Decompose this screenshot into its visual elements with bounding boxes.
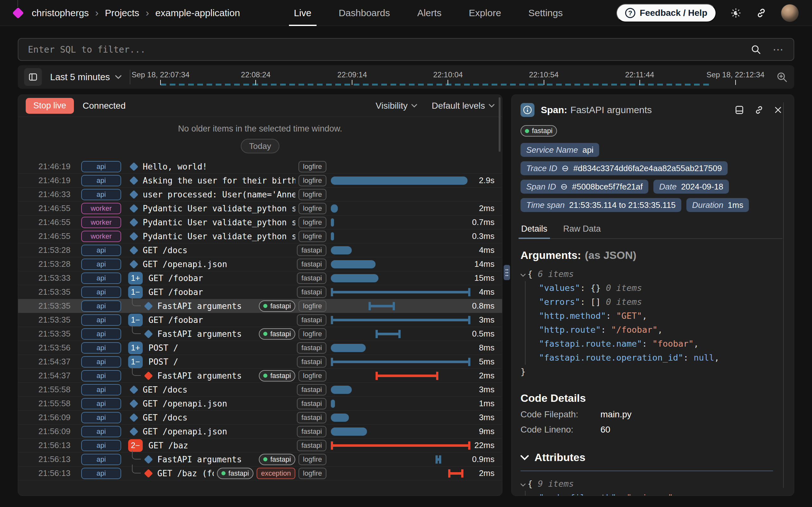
span-diamond-icon (130, 204, 138, 213)
zoom-in-icon[interactable] (776, 71, 788, 83)
expand-children-badge[interactable]: 1+ (128, 272, 143, 285)
log-row[interactable]: 21:46:55workerPydantic User validate_pyt… (18, 202, 502, 216)
timeline-tick-mark (640, 80, 640, 85)
span-diamond-icon (130, 218, 138, 227)
json-key: "code.filepath" (539, 493, 616, 496)
row-tag-api: api (81, 259, 121, 270)
drag-handle-icon[interactable] (504, 265, 510, 280)
log-row[interactable]: 21:53:35api1−GET /foobarfastapi3ms (18, 313, 502, 327)
log-row[interactable]: 21:53:56api1+POST /fastapi8ms (18, 341, 502, 355)
row-tag-api: api (81, 286, 121, 298)
tab-raw-data[interactable]: Raw Data (563, 222, 602, 238)
tab-details[interactable]: Details (520, 222, 548, 238)
row-badges: fastapi (297, 273, 326, 284)
row-message: GET /baz (148, 441, 188, 450)
json-expander-icon[interactable] (520, 477, 525, 491)
chevron-down-icon (520, 455, 529, 460)
duration-bar (331, 413, 349, 422)
breadcrumb-org[interactable]: christophergs (32, 8, 89, 18)
trace-id-chip[interactable]: Trace ID ⊖ #d834c3374dd6fa2e4aa82a55ab21… (520, 161, 728, 175)
log-row[interactable]: 21:56:13api2−GET /bazfastapi22ms (18, 439, 502, 452)
log-row[interactable]: 21:56:09apiGET /docsfastapi3ms (18, 411, 502, 425)
attributes-section-toggle[interactable]: Attributes (520, 451, 782, 464)
search-icon[interactable] (751, 44, 761, 55)
time-range-select[interactable]: Last 5 minutes (50, 72, 121, 82)
timeline[interactable]: Sep 18, 22:07:3422:08:2422:09:1422:10:04… (139, 65, 769, 89)
duration-track (331, 411, 470, 424)
time-range-bar: Last 5 minutes Sep 18, 22:07:3422:08:242… (18, 65, 794, 89)
scrollbar-track[interactable] (783, 102, 784, 488)
more-options-icon[interactable]: ⋯ (773, 43, 784, 56)
visibility-dropdown[interactable]: Visibility (375, 101, 417, 111)
sql-filter-input[interactable]: Enter SQL to filter... ⋯ (18, 38, 794, 61)
row-message: FastAPI arguments (157, 301, 242, 311)
logfire-badge: logfire (299, 175, 326, 186)
json-expander-icon[interactable] (520, 267, 525, 281)
dock-panel-icon[interactable] (734, 105, 745, 115)
log-row[interactable]: 21:56:13apiFastAPI argumentsfastapilogfi… (18, 452, 502, 466)
log-row[interactable]: 21:46:33apiuser processed: User(name='An… (18, 187, 502, 202)
breadcrumb-project[interactable]: example-application (155, 8, 240, 18)
log-row[interactable]: 21:53:35apiFastAPI argumentsfastapilogfi… (18, 327, 502, 341)
chip-value: 1ms (728, 200, 743, 210)
expand-children-badge[interactable]: 1+ (128, 342, 143, 354)
log-row[interactable]: 21:56:13apiGET /baz (foobar)fastapiexcep… (18, 466, 502, 481)
row-badges: fastapi (297, 426, 326, 437)
link-icon[interactable] (754, 105, 764, 115)
chevron-down-icon (411, 104, 417, 108)
default-levels-dropdown[interactable]: Default levels (432, 101, 495, 111)
row-duration: 14ms (470, 259, 502, 269)
log-row[interactable]: 21:46:55workerPydantic User validate_pyt… (18, 216, 502, 229)
json-note: 6 items (538, 269, 574, 279)
stop-live-button[interactable]: Stop live (26, 98, 74, 114)
scrollbar-thumb[interactable] (499, 97, 501, 152)
log-row[interactable]: 21:53:28apiGET /docsfastapi4ms (18, 243, 502, 257)
divider (520, 470, 773, 471)
log-row[interactable]: 21:54:37api1−POST /fastapi5ms (18, 355, 502, 369)
row-content: 1−GET /foobar (128, 313, 294, 327)
close-icon[interactable] (774, 106, 782, 114)
timeline-tick-label: 22:08:24 (241, 70, 270, 79)
log-row[interactable]: 21:46:19apiAsking the user for their bir… (18, 174, 502, 187)
log-row[interactable]: 21:53:33api1+GET /foobarfastapi15ms (18, 271, 502, 285)
duration-track (331, 187, 470, 201)
avatar[interactable] (781, 4, 799, 22)
duration-track (331, 285, 470, 299)
expand-children-badge[interactable]: 2− (128, 439, 143, 452)
json-str: "GET" (616, 311, 642, 321)
tab-dashboards[interactable]: Dashboards (339, 0, 390, 26)
tab-live[interactable]: Live (294, 0, 311, 26)
json-key: "http.method" (539, 311, 606, 321)
log-row[interactable]: 21:53:35api1−GET /foobarfastapi4ms (18, 285, 502, 299)
row-tag-api: api (81, 245, 121, 256)
tab-settings[interactable]: Settings (528, 0, 563, 26)
log-row[interactable]: 21:46:55workerPydantic User validate_pyt… (18, 229, 502, 243)
feedback-help-button[interactable]: ? Feedback / Help (616, 4, 716, 22)
log-row[interactable]: 21:55:58apiGET /openapi.jsonfastapi1ms (18, 397, 502, 411)
expand-children-badge[interactable]: 1− (128, 286, 143, 298)
span-id-chip[interactable]: Span ID ⊖ #5008bce5f7fe21af (520, 180, 648, 193)
json-punct: : (601, 325, 611, 335)
tab-explore[interactable]: Explore (469, 0, 501, 26)
json-key: "http.route" (539, 325, 601, 335)
expand-children-badge[interactable]: 1− (128, 314, 143, 326)
row-badges: fastapi (297, 286, 326, 298)
logfire-logo-icon[interactable] (13, 8, 23, 18)
log-row[interactable]: 21:53:28apiGET /openapi.jsonfastapi14ms (18, 257, 502, 271)
expand-children-badge[interactable]: 1− (128, 355, 143, 368)
sidebar-toggle-icon[interactable] (24, 68, 42, 86)
log-row[interactable]: 21:54:37apiFastAPI argumentsfastapilogfi… (18, 369, 502, 383)
row-content: GET /docs (128, 411, 294, 424)
duration-track (331, 257, 470, 271)
log-row[interactable]: 21:55:58apiGET /docsfastapi3ms (18, 383, 502, 397)
log-row[interactable]: 21:46:19apiHello, world!logfire (18, 160, 502, 174)
duration-bar (331, 274, 378, 282)
log-row[interactable]: 21:53:35apiFastAPI argumentsfastapilogfi… (18, 299, 502, 313)
tab-alerts[interactable]: Alerts (417, 0, 442, 26)
theme-toggle-icon[interactable] (730, 7, 742, 19)
breadcrumb-projects[interactable]: Projects (105, 8, 139, 18)
share-link-icon[interactable] (756, 7, 767, 19)
today-button[interactable]: Today (241, 139, 279, 153)
log-row[interactable]: 21:56:09apiGET /openapi.jsonfastapi9ms (18, 425, 502, 439)
row-message: POST / (148, 343, 178, 353)
